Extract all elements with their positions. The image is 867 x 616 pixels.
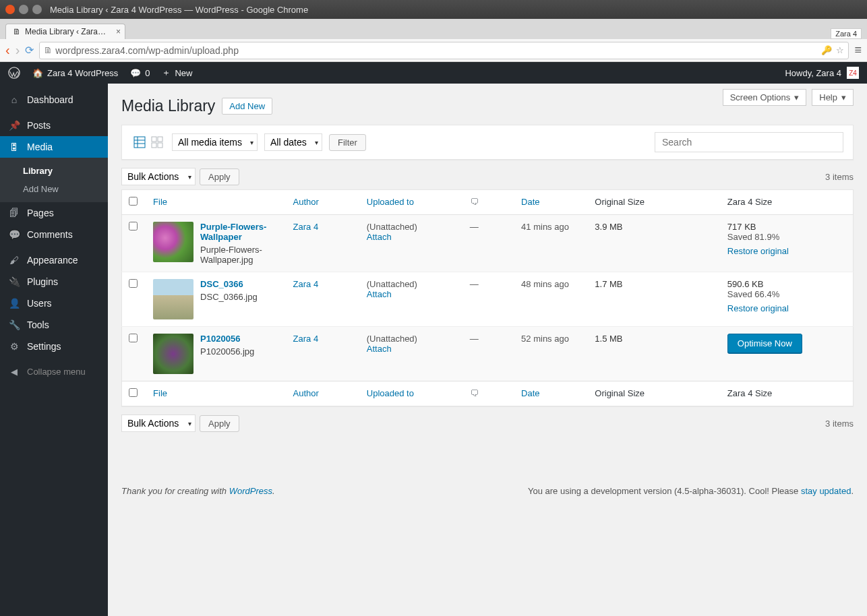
media-type-filter[interactable]: All media items	[172, 133, 258, 151]
menu-comments[interactable]: 💬Comments	[0, 224, 108, 245]
date-cell: 48 mins ago	[514, 272, 588, 327]
menu-dashboard[interactable]: ⌂Dashboard	[0, 89, 108, 111]
col-author[interactable]: Author	[293, 388, 319, 398]
unattached-label: (Unattached)	[367, 279, 456, 289]
optimise-now-button[interactable]: Optimise Now	[727, 334, 802, 353]
page-icon: 🗎	[44, 45, 53, 55]
avatar[interactable]: Z4	[847, 67, 859, 79]
menu-settings[interactable]: ⚙Settings	[0, 336, 108, 357]
wp-adminbar: 🏠 Zara 4 WordPress 💬 0 ＋ New Howdy, Zara…	[0, 62, 867, 84]
tab-close-icon[interactable]: ×	[116, 27, 121, 36]
col-date[interactable]: Date	[521, 197, 539, 207]
comments-icon: 💬	[8, 229, 20, 240]
table-row: DSC_0366 DSC_0366.jpg Zara 4 (Unattached…	[122, 272, 854, 327]
menu-label: Appearance	[27, 255, 78, 266]
comment-icon: 🗨	[470, 197, 479, 207]
wp-logo[interactable]	[8, 67, 20, 79]
bulk-actions-select[interactable]: Bulk Actions	[121, 168, 196, 185]
content-area: Screen Options▾ Help▾ Media Library Add …	[108, 84, 867, 616]
passwords-icon[interactable]: 🔑	[821, 45, 832, 55]
restore-original-link[interactable]: Restore original	[727, 246, 789, 256]
back-button[interactable]: ‹	[5, 42, 10, 58]
new-content-link[interactable]: ＋ New	[162, 67, 192, 79]
apply-button[interactable]: Apply	[200, 168, 239, 185]
footer-thanks-pre: Thank you for creating with	[121, 486, 229, 496]
window-close-button[interactable]	[5, 5, 15, 14]
apply-button-bottom[interactable]: Apply	[200, 415, 239, 432]
site-name-link[interactable]: 🏠 Zara 4 WordPress	[32, 68, 118, 78]
url-input[interactable]	[55, 45, 821, 56]
comments-link[interactable]: 💬 0	[130, 68, 150, 78]
window-maximize-button[interactable]	[32, 5, 42, 14]
collapse-menu[interactable]: ◀Collapse menu	[0, 361, 108, 382]
media-thumbnail[interactable]	[153, 334, 193, 374]
col-author[interactable]: Author	[293, 197, 319, 207]
date-cell: 52 mins ago	[514, 327, 588, 381]
menu-tools[interactable]: 🔧Tools	[0, 314, 108, 336]
author-link[interactable]: Zara 4	[293, 279, 319, 289]
comment-count: 0	[145, 68, 150, 78]
bulk-actions-select-bottom[interactable]: Bulk Actions	[121, 414, 196, 432]
row-checkbox[interactable]	[129, 279, 138, 288]
svg-rect-8	[158, 143, 162, 148]
howdy-text[interactable]: Howdy, Zara 4	[785, 68, 841, 78]
footer-stay-updated-link[interactable]: stay updated	[801, 486, 851, 496]
col-date[interactable]: Date	[521, 388, 539, 398]
menu-label: Posts	[27, 120, 51, 131]
media-thumbnail[interactable]	[153, 279, 193, 319]
browser-menu-icon[interactable]: ≡	[854, 43, 862, 57]
grid-view-button[interactable]	[149, 134, 165, 150]
reload-button[interactable]: ⟳	[25, 44, 34, 57]
author-link[interactable]: Zara 4	[293, 334, 319, 344]
original-size-cell: 1.5 MB	[588, 327, 721, 381]
menu-users[interactable]: 👤Users	[0, 292, 108, 314]
wordpress-icon	[8, 67, 20, 79]
restore-original-link[interactable]: Restore original	[727, 303, 789, 313]
select-all-checkbox[interactable]	[129, 197, 138, 206]
items-count-bottom: 3 items	[825, 419, 854, 429]
comments-cell: —	[463, 215, 514, 272]
url-bar[interactable]: 🗎 🔑 ☆	[39, 42, 849, 59]
chevron-down-icon: ▾	[841, 92, 846, 102]
author-link[interactable]: Zara 4	[293, 222, 319, 232]
window-minimize-button[interactable]	[19, 5, 28, 14]
col-uploaded-to[interactable]: Uploaded to	[367, 388, 414, 398]
admin-menu: ⌂Dashboard 📌Posts 🎛Media Library Add New…	[0, 84, 108, 616]
col-zara4-size: Zara 4 Size	[721, 190, 854, 215]
menu-pages[interactable]: 🗐Pages	[0, 202, 108, 224]
window-title: Media Library ‹ Zara 4 WordPress — WordP…	[50, 5, 308, 15]
sliders-icon: ⚙	[8, 341, 20, 352]
grid-icon	[151, 136, 163, 148]
submenu-library[interactable]: Library	[0, 162, 108, 180]
attach-link[interactable]: Attach	[367, 344, 392, 354]
extension-badge[interactable]: Zara 4	[831, 28, 862, 39]
bookmark-star-icon[interactable]: ☆	[836, 45, 844, 55]
window-titlebar: Media Library ‹ Zara 4 WordPress — WordP…	[0, 0, 867, 19]
row-checkbox[interactable]	[129, 222, 138, 230]
submenu-add-new[interactable]: Add New	[0, 180, 108, 198]
row-checkbox[interactable]	[129, 334, 138, 342]
col-uploaded-to[interactable]: Uploaded to	[367, 197, 414, 207]
date-filter[interactable]: All dates	[264, 133, 322, 151]
col-file[interactable]: File	[153, 197, 167, 207]
menu-appearance[interactable]: 🖌Appearance	[0, 249, 108, 271]
footer-wordpress-link[interactable]: WordPress	[229, 486, 272, 496]
attach-link[interactable]: Attach	[367, 232, 392, 242]
help-button[interactable]: Help▾	[812, 89, 854, 106]
select-all-checkbox-bottom[interactable]	[129, 388, 138, 397]
menu-posts[interactable]: 📌Posts	[0, 115, 108, 136]
filter-button[interactable]: Filter	[329, 134, 366, 151]
menu-plugins[interactable]: 🔌Plugins	[0, 271, 108, 292]
brush-icon: 🖌	[8, 255, 20, 266]
browser-tab[interactable]: 🗎 Media Library ‹ Zara… ×	[5, 24, 125, 39]
col-file[interactable]: File	[153, 388, 167, 398]
menu-media[interactable]: 🎛Media	[0, 136, 108, 158]
media-thumbnail[interactable]	[153, 222, 193, 262]
screen-options-button[interactable]: Screen Options▾	[723, 89, 807, 106]
add-new-button[interactable]: Add New	[222, 98, 272, 115]
browser-tabstrip: 🗎 Media Library ‹ Zara… × Zara 4	[0, 19, 867, 39]
attach-link[interactable]: Attach	[367, 289, 392, 299]
forward-button[interactable]: ›	[16, 42, 20, 58]
search-input[interactable]	[655, 132, 843, 152]
list-view-button[interactable]	[131, 134, 148, 150]
